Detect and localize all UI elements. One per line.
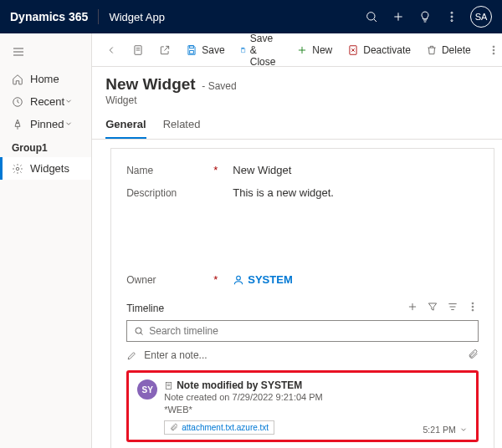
chevron-down-icon [64,95,79,108]
timeline-add-icon[interactable] [407,301,418,315]
svg-line-1 [374,19,376,22]
attachment-name: attachment.txt.azure.txt [182,423,269,432]
tab-general[interactable]: General [105,118,146,139]
saved-indicator: - Saved [202,80,236,92]
chevron-down-icon [64,118,79,130]
svg-point-5 [451,16,453,18]
note-created: Note created on 7/29/2022 9:21:04 PM [164,391,467,404]
app-name: Widget App [109,11,165,23]
nav-widgets-label: Widgets [30,162,69,175]
open-new-icon[interactable] [152,41,177,59]
nav-pinned[interactable]: Pinned [0,113,91,135]
user-avatar[interactable]: SA [470,6,492,28]
save-label: Save [202,44,224,56]
entity-label: Widget [105,94,499,106]
form-panel: Name * New Widget Description * This is … [110,148,494,448]
svg-point-32 [472,303,474,304]
deactivate-button[interactable]: Deactivate [341,41,417,59]
svg-point-23 [493,46,494,48]
form-body: Name * New Widget Description * This is … [92,140,502,448]
chevron-down-icon[interactable] [459,425,468,434]
new-button[interactable]: New [289,41,339,59]
paperclip-icon [170,423,178,431]
form-icon[interactable] [126,41,151,59]
svg-point-25 [493,53,494,54]
field-name-value[interactable]: New Widget [233,164,291,176]
nav-recent-label: Recent [30,95,64,108]
svg-point-35 [136,328,141,333]
svg-rect-17 [242,48,243,49]
timeline-note-card[interactable]: SY Note modified by SYSTEM Note created … [126,370,478,442]
field-owner-label: Owner [126,273,210,286]
nav-widgets[interactable]: Widgets [0,157,91,180]
nav-home-label: Home [30,73,59,85]
owner-text: SYSTEM [248,273,292,286]
command-bar: Save Save & Close New Deactivate Delete [92,33,502,67]
note-tag: *WEB* [164,404,467,416]
svg-point-24 [493,49,494,51]
note-time-text: 5:21 PM [423,425,456,435]
deactivate-label: Deactivate [363,44,411,56]
search-icon [134,326,144,336]
svg-rect-15 [190,45,194,48]
note-icon [164,381,173,390]
field-name-label: Name [126,164,210,176]
more-vertical-icon[interactable] [438,3,465,30]
svg-line-36 [141,333,143,335]
svg-point-4 [451,12,453,13]
timeline-sort-icon[interactable] [447,301,458,315]
new-label: New [312,44,332,56]
timeline-header: Timeline [126,301,478,315]
tab-related[interactable]: Related [163,118,201,139]
svg-point-34 [472,309,474,311]
delete-button[interactable]: Delete [419,41,478,59]
hamburger-icon[interactable] [0,38,91,68]
delete-label: Delete [442,44,471,56]
timeline-search[interactable] [126,320,478,342]
attach-icon[interactable] [468,349,479,362]
back-button[interactable] [99,41,124,59]
field-desc-value[interactable]: This is a new widget. [233,186,334,199]
required-indicator: * [213,164,218,176]
brand-divider [98,9,99,24]
nav-pinned-label: Pinned [30,118,64,130]
main-area: Save Save & Close New Deactivate Delete … [92,33,502,448]
note-title-text: Note modified by SYSTEM [177,379,302,391]
nav-recent[interactable]: Recent [0,90,91,113]
lightbulb-icon[interactable] [412,3,438,30]
add-icon[interactable] [385,3,412,30]
svg-point-26 [237,276,241,280]
svg-rect-16 [190,50,194,53]
required-indicator: * [213,273,218,286]
timeline-filter-icon[interactable] [427,301,438,315]
timeline-search-input[interactable] [149,325,470,337]
note-avatar: SY [137,379,157,400]
save-close-button[interactable]: Save & Close [233,29,289,71]
overflow-icon[interactable] [481,41,502,59]
svg-point-11 [16,167,19,171]
record-header: New Widget - Saved Widget [92,67,502,106]
form-tabs: General Related [92,106,502,140]
field-owner-value[interactable]: SYSTEM [233,273,292,286]
note-attachment[interactable]: attachment.txt.azure.txt [164,420,274,435]
save-button[interactable]: Save [179,41,231,59]
brand-label: Dynamics 365 [10,10,88,23]
svg-point-6 [451,20,453,22]
nav-home[interactable]: Home [0,68,91,90]
timeline-more-icon[interactable] [467,301,479,315]
page-title: New Widget [105,75,196,93]
save-close-label: Save & Close [250,33,281,68]
field-desc-label: Description [126,186,210,199]
note-time: 5:21 PM [423,425,468,435]
pencil-icon [126,350,137,361]
sidebar: Home Recent Pinned Group1 Widgets [0,33,92,448]
nav-group-label: Group1 [0,135,91,157]
search-icon[interactable] [358,3,385,30]
svg-point-33 [472,306,474,308]
svg-point-0 [367,13,375,20]
note-title: Note modified by SYSTEM [164,379,467,391]
timeline-label: Timeline [126,303,164,314]
note-entry-row[interactable]: Enter a note... [126,342,478,370]
note-placeholder: Enter a note... [144,349,207,361]
